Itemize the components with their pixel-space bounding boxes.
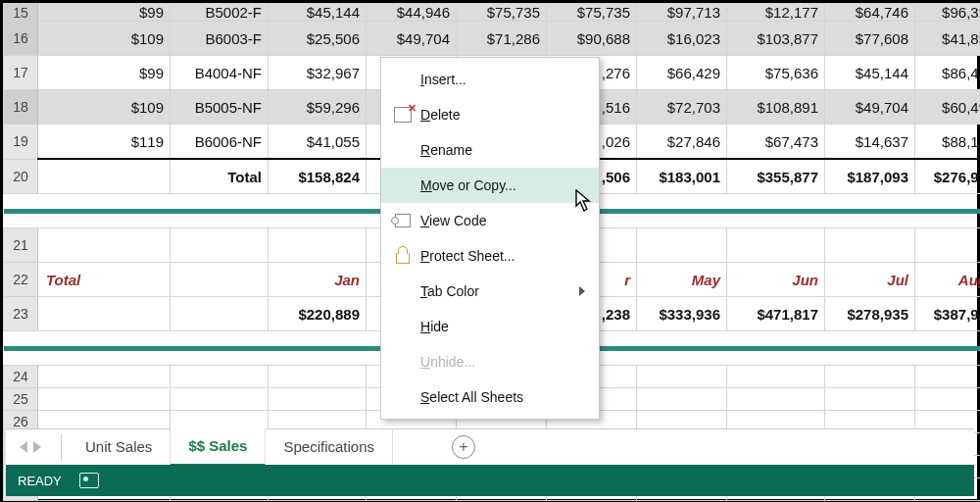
cell[interactable] [915, 228, 981, 263]
cell[interactable]: $67,473 [727, 125, 825, 160]
cell[interactable] [727, 388, 825, 411]
menu-tab-color[interactable]: Tab Color [381, 274, 599, 309]
menu-select-all-sheets[interactable]: Select All Sheets [381, 379, 599, 415]
cell[interactable] [38, 228, 171, 263]
cell[interactable]: $44,946 [367, 4, 457, 22]
cell[interactable]: $333,936 [637, 297, 727, 331]
cell[interactable]: $278,935 [825, 297, 915, 331]
cell[interactable]: Jan [269, 263, 367, 297]
cell[interactable] [915, 388, 981, 411]
cell[interactable] [171, 297, 269, 331]
cell[interactable] [825, 228, 915, 263]
cell[interactable]: $88,17 [915, 125, 981, 160]
cell[interactable] [825, 388, 915, 411]
cell[interactable] [825, 366, 915, 388]
cell[interactable]: B6006-NF [171, 125, 269, 160]
cell[interactable]: $75,735 [457, 4, 547, 22]
cell[interactable]: $276,95 [915, 159, 981, 194]
cell[interactable] [171, 263, 269, 297]
cell[interactable]: $86,42 [915, 56, 981, 90]
cell[interactable]: Jul [825, 263, 915, 297]
cell[interactable]: B4004-NF [171, 56, 269, 90]
row-header[interactable]: 19 [4, 125, 38, 160]
cell[interactable] [38, 388, 171, 411]
cell[interactable]: $109 [38, 22, 171, 56]
cell[interactable]: $16,023 [637, 22, 727, 56]
cell[interactable] [171, 366, 269, 388]
cell[interactable]: $75,636 [727, 56, 825, 90]
cell[interactable]: $45,144 [269, 4, 367, 22]
menu-view-code[interactable]: View Code [381, 203, 599, 238]
cell[interactable]: B5005-NF [171, 90, 269, 125]
cell[interactable] [38, 297, 171, 331]
cell[interactable] [637, 228, 727, 263]
tab-specifications[interactable]: Specifications [266, 429, 393, 465]
cell[interactable]: Total [171, 159, 269, 194]
menu-hide[interactable]: Hide [381, 309, 599, 344]
cell[interactable]: $32,967 [269, 56, 367, 90]
cell[interactable] [637, 366, 727, 388]
tab-unit-sales[interactable]: Unit Sales [68, 429, 171, 465]
cell[interactable]: $220,889 [269, 297, 367, 331]
tab-dollar-sales[interactable]: $$ Sales [171, 428, 266, 467]
cell[interactable] [38, 159, 171, 194]
row-header[interactable]: 17 [4, 56, 38, 90]
cell[interactable]: $355,877 [727, 159, 825, 194]
row-header[interactable]: 21 [4, 228, 38, 263]
cell[interactable]: $66,429 [637, 56, 727, 90]
cell[interactable]: $45,144 [825, 56, 915, 90]
row-header[interactable]: 18 [4, 90, 38, 125]
cell[interactable] [915, 366, 981, 388]
cell[interactable]: $27,846 [637, 125, 727, 160]
row-header[interactable]: 25 [4, 388, 38, 411]
cell[interactable]: $75,735 [547, 4, 637, 22]
tab-nav-next[interactable] [33, 441, 41, 453]
cell[interactable] [269, 228, 367, 263]
macro-record-icon[interactable] [79, 473, 99, 488]
cell[interactable]: $49,704 [825, 90, 915, 125]
cell[interactable] [727, 228, 825, 263]
cell[interactable]: $109 [38, 90, 171, 125]
cell[interactable]: $12,177 [727, 4, 825, 22]
cell[interactable]: $99 [38, 4, 171, 22]
cell[interactable]: $90,688 [547, 22, 637, 56]
cell[interactable]: $96,32 [915, 4, 981, 22]
cell[interactable] [269, 388, 367, 411]
cell[interactable]: $41,85 [915, 22, 981, 56]
cell[interactable] [269, 366, 367, 388]
cell[interactable]: $41,055 [269, 125, 367, 160]
row-header[interactable]: 22 [4, 263, 38, 297]
row-header[interactable]: 20 [4, 159, 38, 194]
cell[interactable]: $71,286 [457, 22, 547, 56]
cell[interactable]: $25,506 [269, 22, 367, 56]
cell[interactable] [171, 388, 269, 411]
cell[interactable]: $99 [38, 56, 171, 90]
row-header[interactable]: 23 [4, 297, 38, 331]
cell[interactable]: $60,49 [915, 90, 981, 125]
new-sheet-button[interactable]: + [452, 435, 475, 459]
tab-nav-prev[interactable] [20, 441, 27, 453]
cell[interactable] [38, 366, 171, 388]
cell[interactable]: B6003-F [171, 22, 269, 56]
cell[interactable]: $471,817 [727, 297, 825, 331]
menu-insert[interactable]: Insert... [381, 62, 599, 97]
cell[interactable]: $64,746 [825, 4, 915, 22]
cell[interactable]: $108,891 [727, 90, 825, 125]
cell[interactable]: $187,093 [825, 159, 915, 194]
cell[interactable]: $103,877 [727, 22, 825, 56]
cell[interactable]: $183,001 [637, 159, 727, 194]
cell[interactable]: May [637, 263, 727, 297]
cell[interactable]: $72,703 [637, 90, 727, 125]
row-header[interactable]: 16 [4, 22, 38, 56]
cell[interactable]: Jun [727, 263, 825, 297]
menu-move-or-copy[interactable]: Move or Copy... [381, 168, 599, 203]
cell[interactable]: $387,97 [915, 297, 981, 331]
cell[interactable]: $14,637 [825, 125, 915, 160]
cell[interactable]: $59,296 [269, 90, 367, 125]
row-header[interactable]: 15 [4, 4, 38, 22]
cell[interactable]: B5002-F [171, 4, 269, 22]
cell[interactable]: $49,704 [367, 22, 457, 56]
cell[interactable] [637, 388, 727, 411]
menu-delete[interactable]: Delete [381, 97, 599, 132]
cell[interactable]: $158,824 [269, 159, 367, 194]
